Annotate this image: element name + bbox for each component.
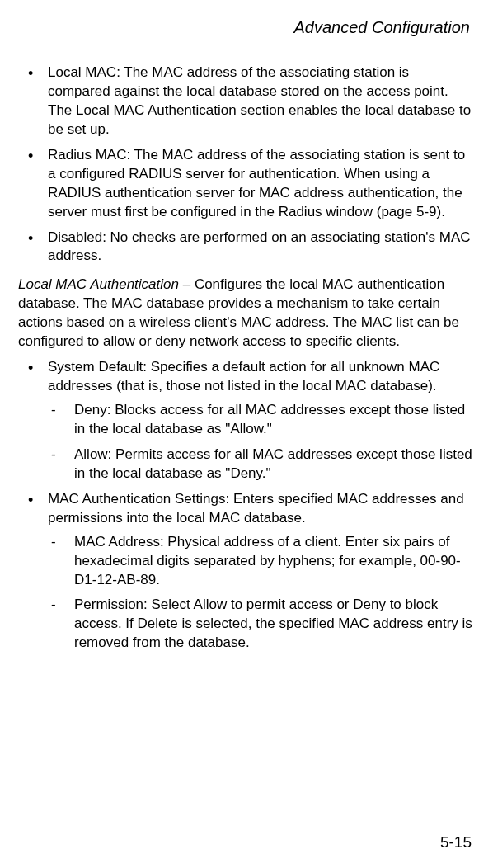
list-item: System Default: Specifies a default acti…	[18, 358, 475, 484]
sub-list-item: MAC Address: Physical address of a clien…	[48, 533, 475, 590]
list-item-text: System Default: Specifies a default acti…	[48, 359, 439, 394]
sub-dash-list: MAC Address: Physical address of a clien…	[48, 533, 475, 653]
list-item: Local MAC: The MAC address of the associ…	[18, 64, 475, 139]
mid-bullet-list: System Default: Specifies a default acti…	[18, 358, 475, 653]
page-number: 5-15	[440, 832, 472, 853]
page-header: Advanced Configuration	[18, 17, 475, 39]
sub-list-item: Deny: Blocks access for all MAC addresse…	[48, 401, 475, 439]
list-item: Disabled: No checks are performed on an …	[18, 229, 475, 267]
page-content: Advanced Configuration Local MAC: The MA…	[0, 0, 493, 653]
section-lead-italic: Local MAC Authentication	[18, 276, 179, 292]
section-paragraph: Local MAC Authentication – Configures th…	[18, 276, 475, 351]
top-bullet-list: Local MAC: The MAC address of the associ…	[18, 64, 475, 266]
list-item: MAC Authentication Settings: Enters spec…	[18, 490, 475, 653]
list-item-text: MAC Authentication Settings: Enters spec…	[48, 491, 464, 526]
sub-dash-list: Deny: Blocks access for all MAC addresse…	[48, 401, 475, 484]
sub-list-item: Permission: Select Allow to permit acces…	[48, 596, 475, 653]
list-item: Radius MAC: The MAC address of the assoc…	[18, 146, 475, 222]
sub-list-item: Allow: Permits access for all MAC addres…	[48, 446, 475, 484]
